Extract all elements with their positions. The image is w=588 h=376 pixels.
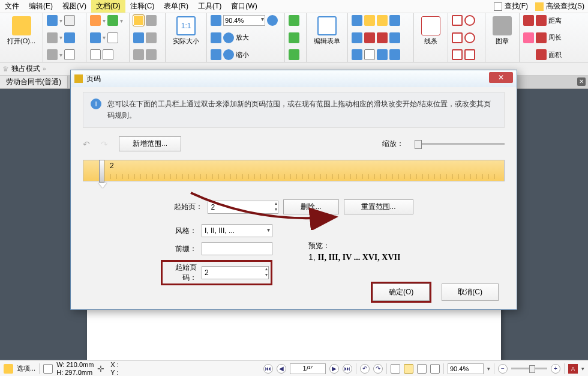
v2-icon[interactable] <box>364 49 375 60</box>
mail-icon[interactable] <box>64 32 75 43</box>
rotate-c-icon[interactable] <box>289 49 299 60</box>
cancel-button[interactable]: 取消(C) <box>442 284 499 301</box>
dialog-titlebar[interactable]: 页码 ✕ <box>71 70 517 87</box>
layout-single-icon[interactable] <box>391 364 400 374</box>
fit-height-icon[interactable] <box>211 32 221 43</box>
stamp-button[interactable]: 图章 <box>489 15 515 47</box>
v1-icon[interactable] <box>352 49 362 60</box>
start-page-input[interactable] <box>208 201 278 214</box>
page-input[interactable] <box>290 363 326 374</box>
crop-icon[interactable] <box>146 49 157 60</box>
paste-icon[interactable] <box>90 49 101 60</box>
zoom-in-button[interactable]: + <box>551 364 560 374</box>
select-annot-icon[interactable] <box>146 32 157 43</box>
menu-find[interactable]: 查找(F) <box>490 0 532 13</box>
actual-size-button[interactable]: 1:1 实际大小 <box>169 15 203 47</box>
fit-width-icon[interactable] <box>211 15 221 26</box>
zoom-combo[interactable] <box>223 15 265 26</box>
menu-view[interactable]: 视图(V) <box>58 0 91 13</box>
v3-icon[interactable] <box>377 49 388 60</box>
add-range-button[interactable]: 新增范围... <box>119 136 181 151</box>
edit-form-button[interactable]: 编辑表单 <box>310 15 344 47</box>
zoom-out-button[interactable]: − <box>498 364 508 374</box>
area-icon[interactable] <box>536 49 547 60</box>
exclusive-mode-label[interactable]: 独占模式 <box>11 64 40 74</box>
t3-icon[interactable] <box>377 15 388 26</box>
fwd-button[interactable]: ↷ <box>373 364 383 374</box>
dlg-zoom-slider[interactable] <box>415 143 505 145</box>
cut-icon[interactable] <box>90 32 101 43</box>
perim-icon[interactable] <box>523 32 534 43</box>
fit-page-icon[interactable] <box>211 49 221 60</box>
menu-edit[interactable]: 编辑(E) <box>24 0 58 13</box>
prev-page-button[interactable]: ◀ <box>277 364 286 374</box>
copy-icon[interactable] <box>107 32 118 43</box>
zoomin-btn-icon[interactable] <box>267 15 278 26</box>
dlg-undo-button[interactable]: ↶ <box>83 139 90 149</box>
u1-icon[interactable] <box>352 32 362 43</box>
t1-icon[interactable] <box>352 15 362 26</box>
zoom-status-combo[interactable] <box>448 363 484 374</box>
dlg-redo-button[interactable]: ↷ <box>101 139 108 149</box>
delete-button[interactable]: 删除... <box>283 199 338 214</box>
reset-range-button[interactable]: 重置范围... <box>344 199 413 214</box>
print-quick-icon[interactable] <box>64 15 75 26</box>
rotate-a-icon[interactable] <box>289 15 299 26</box>
menu-comment[interactable]: 注释(C) <box>125 0 160 13</box>
shape5-icon[interactable] <box>452 49 463 60</box>
start-num-input[interactable] <box>202 266 269 279</box>
shape6-icon[interactable] <box>464 49 475 60</box>
perim2-icon[interactable] <box>536 32 547 43</box>
menu-document[interactable]: 文档(D) <box>91 0 125 13</box>
back-button[interactable]: ↶ <box>360 364 370 374</box>
document-tab[interactable]: 劳动合同书(普通) <box>0 76 68 88</box>
last-page-button[interactable]: ⏭ <box>343 364 352 374</box>
shape2-icon[interactable] <box>464 15 475 26</box>
undo-icon[interactable] <box>90 15 101 26</box>
blank-icon[interactable] <box>64 49 75 60</box>
open-button[interactable]: 打开(O)... <box>4 15 39 47</box>
next-page-button[interactable]: ▶ <box>329 364 339 374</box>
zoom-in-icon[interactable] <box>223 32 234 43</box>
dialog-close-button[interactable]: ✕ <box>489 72 513 83</box>
line-button[interactable]: 线条 <box>418 15 444 47</box>
pdf-icon[interactable]: A <box>568 364 578 374</box>
shape1-icon[interactable] <box>452 15 463 26</box>
layout-cont-icon[interactable] <box>404 364 413 374</box>
save-icon[interactable] <box>47 15 58 26</box>
t2-icon[interactable] <box>364 15 375 26</box>
style-select[interactable] <box>202 224 272 237</box>
dist-icon[interactable] <box>523 15 534 26</box>
paste2-icon[interactable] <box>103 49 113 60</box>
select-icon[interactable] <box>133 49 144 60</box>
shape3-icon[interactable] <box>452 32 463 43</box>
u3-icon[interactable] <box>377 32 388 43</box>
layout-facing-icon[interactable] <box>417 364 427 374</box>
tab-close-button[interactable]: ✕ <box>577 77 586 86</box>
zoom-out-icon[interactable] <box>223 49 234 60</box>
menu-form[interactable]: 表单(R) <box>159 0 193 13</box>
hand-icon[interactable] <box>133 15 144 26</box>
scan-icon[interactable] <box>47 49 58 60</box>
rotate-b-icon[interactable] <box>289 32 299 43</box>
range-handle[interactable] <box>99 160 104 183</box>
v4-icon[interactable] <box>389 49 400 60</box>
menu-file[interactable]: 文件 <box>0 0 24 13</box>
u2-icon[interactable] <box>364 32 375 43</box>
ok-button[interactable]: 确定(O) <box>373 284 430 301</box>
chevron-double-icon[interactable]: » <box>43 65 46 72</box>
dist2-icon[interactable] <box>536 15 547 26</box>
options-gear-icon[interactable] <box>4 364 13 374</box>
select-text-icon[interactable] <box>133 32 144 43</box>
menu-window[interactable]: 窗口(W) <box>226 0 262 13</box>
redo-icon[interactable] <box>107 15 118 26</box>
t4-icon[interactable] <box>389 15 400 26</box>
prefix-input[interactable] <box>202 242 272 255</box>
options-label[interactable]: 选项... <box>17 364 35 373</box>
snapshot-icon[interactable] <box>146 15 157 26</box>
shape4-icon[interactable] <box>464 32 475 43</box>
u4-icon[interactable] <box>389 32 400 43</box>
menu-tools[interactable]: 工具(T) <box>193 0 226 13</box>
zoom-slider[interactable] <box>511 368 547 369</box>
print-icon[interactable] <box>47 32 58 43</box>
